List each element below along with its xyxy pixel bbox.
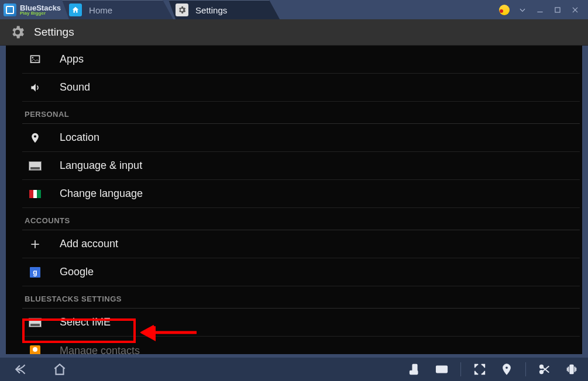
settings-row-add-account[interactable]: Add account xyxy=(22,230,580,258)
minimize-button[interactable] xyxy=(535,5,545,15)
language-input-label: Language & input xyxy=(60,160,142,172)
back-button[interactable] xyxy=(5,359,37,380)
divider xyxy=(460,362,461,376)
tab-settings[interactable]: Settings xyxy=(169,0,280,19)
keyboard-icon xyxy=(27,318,43,327)
bottom-nav xyxy=(0,358,588,381)
logo-icon xyxy=(4,4,16,16)
manage-contacts-label: Manage contacts xyxy=(60,345,140,355)
location-button[interactable] xyxy=(495,360,518,379)
svg-rect-11 xyxy=(436,366,447,373)
close-button[interactable] xyxy=(570,5,580,15)
maximize-button[interactable] xyxy=(553,5,562,15)
svg-rect-1 xyxy=(555,7,560,12)
apps-icon xyxy=(27,54,43,65)
location-icon xyxy=(27,132,43,144)
plus-icon xyxy=(27,238,43,250)
shake-button[interactable] xyxy=(560,360,583,379)
sound-icon xyxy=(27,82,43,93)
apps-label: Apps xyxy=(60,53,84,65)
window-tabs: Home Settings xyxy=(67,0,280,19)
app-logo: BlueStacks Play Bigger xyxy=(0,0,67,19)
settings-row-change-language[interactable]: Change language xyxy=(22,180,580,208)
chevron-down-icon[interactable] xyxy=(518,5,527,15)
google-icon: g xyxy=(27,267,43,278)
keyboard-icon xyxy=(27,161,43,171)
settings-row-apps[interactable]: Apps xyxy=(22,46,580,74)
rotate-button[interactable] xyxy=(403,360,427,379)
tab-settings-label: Settings xyxy=(195,5,227,15)
settings-header: Settings xyxy=(0,19,588,46)
settings-content: Apps Sound PERSONAL Location Language & … xyxy=(6,46,582,354)
location-label: Location xyxy=(60,131,99,144)
svg-rect-10 xyxy=(410,371,418,375)
contacts-icon xyxy=(27,345,43,354)
settings-row-manage-contacts[interactable]: Manage contacts xyxy=(22,337,580,354)
section-accounts: ACCOUNTS xyxy=(22,208,580,230)
section-personal: PERSONAL xyxy=(22,102,580,123)
settings-row-language-input[interactable]: Language & input xyxy=(22,152,580,180)
flags-icon xyxy=(27,190,43,198)
tab-home[interactable]: Home xyxy=(62,0,173,19)
sound-label: Sound xyxy=(60,81,90,93)
svg-point-5 xyxy=(32,57,34,58)
settings-row-location[interactable]: Location xyxy=(22,124,580,152)
svg-rect-4 xyxy=(31,56,40,63)
home-button[interactable] xyxy=(43,359,76,380)
scissors-button[interactable] xyxy=(533,360,556,379)
google-label: Google xyxy=(60,266,94,278)
home-icon xyxy=(69,4,82,16)
section-bluestacks: BLUESTACKS SETTINGS xyxy=(22,286,580,308)
gear-icon xyxy=(176,4,188,16)
settings-row-sound[interactable]: Sound xyxy=(22,74,580,102)
add-account-label: Add account xyxy=(60,238,118,250)
titlebar: BlueStacks Play Bigger Home Settings xyxy=(0,0,588,19)
tab-home-label: Home xyxy=(89,5,112,15)
settings-row-google[interactable]: g Google xyxy=(22,258,580,286)
svg-rect-21 xyxy=(570,365,573,374)
settings-row-select-ime[interactable]: Select IME xyxy=(22,309,580,337)
change-language-label: Change language xyxy=(60,188,143,200)
keyboard-button[interactable] xyxy=(430,360,453,379)
settings-title: Settings xyxy=(34,26,74,39)
window-controls xyxy=(491,0,588,19)
settings-gear-icon xyxy=(9,24,26,40)
select-ime-label: Select IME xyxy=(60,316,111,328)
pika-icon[interactable] xyxy=(499,5,510,15)
fullscreen-button[interactable] xyxy=(468,360,491,379)
divider xyxy=(525,362,526,376)
